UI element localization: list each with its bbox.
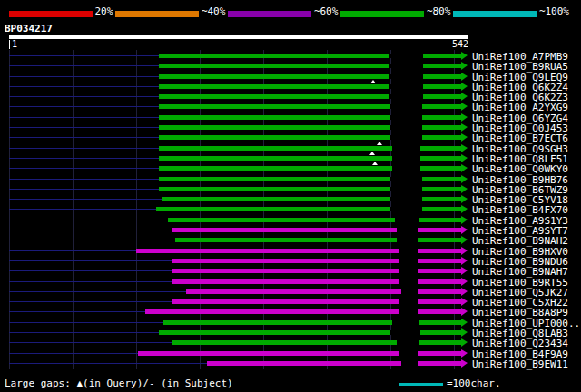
subject-gap <box>399 309 418 314</box>
subject-gap <box>392 156 420 161</box>
key-segment <box>228 11 311 17</box>
alignment-row: UniRef100_Q0WKY0 <box>0 163 581 173</box>
hit-bar[interactable] <box>159 74 461 79</box>
query-extent-line <box>9 199 162 200</box>
hit-bar[interactable] <box>138 351 461 356</box>
hit-bar[interactable] <box>172 279 461 284</box>
alignment-row: UniRef100_B9HB76 <box>0 174 581 184</box>
query-extent-line <box>9 353 138 354</box>
hit-bar[interactable] <box>168 218 461 222</box>
query-ruler-bar <box>9 35 468 39</box>
query-extent-line <box>9 209 156 210</box>
key-segment-label: ~60% <box>311 6 341 17</box>
subject-gap <box>390 125 422 130</box>
subject-gap <box>399 299 418 304</box>
subject-gap <box>389 94 423 99</box>
hit-bar[interactable] <box>175 238 461 242</box>
hit-bar[interactable] <box>207 361 461 366</box>
hit-bar[interactable] <box>163 320 461 325</box>
subject-gap <box>392 146 420 151</box>
hit-bar[interactable] <box>159 115 461 120</box>
query-extent-line <box>9 332 159 333</box>
hit-bar[interactable] <box>159 104 461 109</box>
alignment-row: UniRef100_B9NDU6 <box>0 256 581 266</box>
query-extent-line <box>9 137 159 138</box>
alignment-row: UniRef100_UPI000... <box>0 318 581 328</box>
subject-gap <box>397 340 419 345</box>
scale-bar-label: =100char. <box>447 378 501 389</box>
query-extent-line <box>9 281 172 282</box>
alignment-row: UniRef100_B7ECT6 <box>0 132 581 142</box>
query-gap-marker-icon <box>377 142 382 145</box>
subject-gap <box>392 320 419 325</box>
subject-gap <box>399 269 418 273</box>
hit-bar[interactable] <box>159 94 461 99</box>
hit-bar[interactable] <box>172 269 461 273</box>
alignment-row: UniRef100_B4F9A9 <box>0 348 581 358</box>
query-extent-line <box>9 322 163 323</box>
query-extent-line <box>9 220 168 220</box>
query-extent-line <box>9 311 145 312</box>
subject-gap <box>390 207 422 211</box>
hit-bar[interactable] <box>162 197 461 201</box>
alignment-row: UniRef100_B8A8P9 <box>0 307 581 317</box>
hit-bar[interactable] <box>156 207 461 211</box>
hit-bar[interactable] <box>159 166 461 171</box>
key-segment-label: ~100% <box>537 6 572 17</box>
query-extent-line <box>9 363 207 364</box>
query-gap-marker-icon <box>370 80 376 83</box>
hit-bar[interactable] <box>172 228 461 232</box>
hit-bar[interactable] <box>159 177 461 181</box>
subject-gap <box>389 84 423 89</box>
hit-bar[interactable] <box>159 156 461 161</box>
alignment-row: UniRef100_Q6YZG4 <box>0 113 581 122</box>
query-extent-line <box>9 291 186 292</box>
hit-bar[interactable] <box>172 299 461 304</box>
hit-bar[interactable] <box>159 330 461 335</box>
hit-bar[interactable] <box>136 249 461 253</box>
hit-bar[interactable] <box>145 309 461 314</box>
subject-gap <box>390 330 420 335</box>
subject-gap <box>389 54 423 58</box>
subject-gap <box>399 249 418 253</box>
blast-hit-graphic: 20%~40%~60%~80%~100% BP034217 1 542 UniR… <box>0 0 581 392</box>
query-extent-line <box>9 189 159 190</box>
alignment-row: UniRef100_Q6K2Z3 <box>0 92 581 102</box>
ruler-end-label: 542 <box>441 40 468 49</box>
hit-bar[interactable] <box>159 146 461 151</box>
alignment-row: UniRef100_Q23434 <box>0 338 581 348</box>
subject-gap <box>395 218 419 222</box>
subject-gap <box>397 228 418 232</box>
query-extent-line <box>9 76 159 77</box>
identity-key: 20%~40%~60%~80%~100% <box>9 2 572 17</box>
alignment-row: UniRef100_B4FX70 <box>0 204 581 214</box>
hit-bar[interactable] <box>159 125 461 130</box>
scale-bar-line <box>399 383 443 386</box>
alignment-row: UniRef100_C5XH22 <box>0 297 581 307</box>
hit-bar[interactable] <box>186 289 461 294</box>
query-extent-line <box>9 342 172 343</box>
query-extent-line <box>9 158 159 159</box>
hit-bar[interactable] <box>159 64 461 68</box>
hit-bar[interactable] <box>159 84 461 89</box>
hit-bar[interactable] <box>159 54 461 58</box>
alignment-row: UniRef100_A9SYT7 <box>0 225 581 235</box>
alignment-row: UniRef100_C5YV18 <box>0 194 581 204</box>
hit-bar[interactable] <box>172 259 461 263</box>
query-extent-line <box>9 250 136 251</box>
hit-bar[interactable] <box>172 340 461 345</box>
hit-label[interactable]: UniRef100_B9EW11 <box>472 359 568 369</box>
hit-bar[interactable] <box>159 135 461 140</box>
query-extent-line <box>9 117 159 118</box>
subject-gap <box>390 177 422 181</box>
subject-gap <box>399 351 418 356</box>
key-segment <box>9 11 93 17</box>
alignment-row: UniRef100_Q5JK27 <box>0 287 581 297</box>
alignment-row: UniRef100_A2YXG9 <box>0 102 581 112</box>
query-gap-marker-icon <box>369 152 375 155</box>
subject-gap <box>397 238 418 242</box>
alignment-row: UniRef100_Q9LEQ9 <box>0 72 581 82</box>
query-extent-line <box>9 127 159 128</box>
alignment-row: UniRef100_B9HXV0 <box>0 246 581 256</box>
hit-bar[interactable] <box>159 187 461 191</box>
